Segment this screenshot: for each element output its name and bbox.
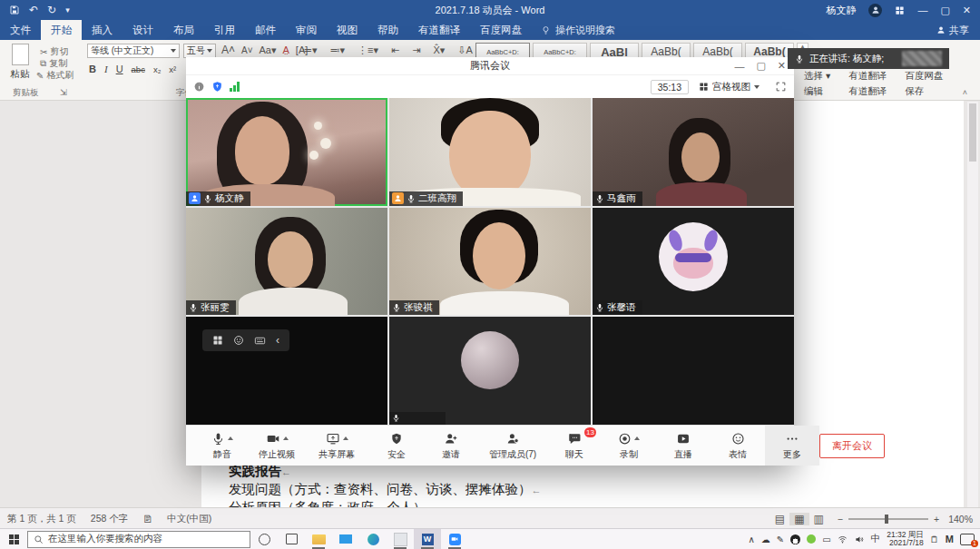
close-button[interactable]: ✕ — [963, 5, 971, 16]
read-mode-icon[interactable]: ▤ — [770, 513, 789, 525]
caret-up-icon[interactable] — [343, 436, 348, 440]
grid-view-button[interactable]: 宫格视图 — [695, 81, 763, 93]
tab-review[interactable]: 审阅 — [286, 20, 327, 40]
ribbon-display-options-icon[interactable] — [895, 5, 905, 15]
caret-up-icon[interactable] — [228, 436, 233, 440]
reactions-button[interactable]: 表情 — [710, 426, 765, 466]
copy-button[interactable]: ⧉复制 — [40, 57, 67, 70]
tab-insert[interactable]: 插入 — [82, 20, 122, 40]
meeting-minimize-icon[interactable]: — — [734, 61, 744, 72]
cloud-icon[interactable]: ☁ — [761, 534, 770, 544]
share-screen-button[interactable]: 共享屏幕 — [304, 426, 369, 466]
phonetic-guide-icon[interactable]: A̤ — [283, 44, 289, 55]
live-button[interactable]: 直播 — [656, 426, 710, 466]
video-cell[interactable]: 张丽雯 — [186, 208, 387, 316]
tab-view[interactable]: 视图 — [327, 20, 368, 40]
taskbar-file-explorer[interactable] — [305, 529, 332, 549]
decrease-indent-icon[interactable]: ⇤ — [388, 44, 402, 56]
meeting-info-icon[interactable] — [193, 81, 205, 93]
customize-qat-icon[interactable]: ▾ — [65, 5, 70, 15]
chat-button[interactable]: 13 聊天 — [547, 426, 602, 466]
paste-button[interactable]: 粘贴 — [7, 44, 33, 81]
tab-baidu-netdisk[interactable]: 百度网盘 — [470, 20, 532, 40]
tab-youdao-translate[interactable]: 有道翻译 — [408, 20, 470, 40]
italic-button[interactable]: I — [104, 64, 108, 74]
video-cell[interactable]: 张馨语 — [593, 208, 794, 316]
taskbar-word[interactable]: W — [414, 529, 441, 549]
increase-indent-icon[interactable]: ⇥ — [409, 44, 423, 56]
baidu-save-button[interactable]: 保存 — [905, 85, 943, 98]
sort-icon[interactable]: ⇩A — [455, 44, 475, 56]
select-button[interactable]: 选择 ▾ — [804, 70, 830, 83]
proofing-icon[interactable]: 🖹 — [142, 514, 152, 524]
volume-icon[interactable] — [854, 534, 865, 544]
account-name[interactable]: 杨文静 — [826, 4, 856, 17]
zoom-level[interactable]: 140% — [948, 514, 973, 524]
superscript-button[interactable]: x² — [169, 64, 176, 74]
tab-references[interactable]: 引用 — [204, 20, 245, 40]
taskbar-mail[interactable] — [332, 529, 359, 549]
action-center-icon[interactable]: 1 — [960, 534, 975, 545]
language-indicator[interactable]: 中文(中国) — [167, 513, 211, 525]
font-name-combo[interactable]: 等线 (中文正文) — [87, 44, 180, 58]
meeting-maximize-icon[interactable]: ▢ — [756, 60, 765, 72]
tab-layout[interactable]: 布局 — [163, 20, 204, 40]
video-cell[interactable]: 杨文静 — [186, 98, 387, 206]
baidu-netdisk-button[interactable]: 百度网盘 — [905, 70, 943, 83]
font-size-combo[interactable]: 五号 — [183, 44, 216, 58]
cortana-button[interactable] — [250, 529, 278, 549]
strikethrough-button[interactable]: abc — [132, 64, 145, 74]
tab-design[interactable]: 设计 — [122, 20, 163, 40]
antivirus-icon[interactable] — [807, 534, 816, 544]
battery-icon[interactable]: ▭ — [822, 534, 830, 544]
subscript-button[interactable]: x₂ — [153, 64, 161, 74]
vertical-scrollbar[interactable] — [967, 102, 978, 507]
taskbar-tencent-meeting[interactable] — [441, 529, 468, 549]
clipboard-dialog-launcher[interactable]: ⇲ — [60, 87, 67, 97]
video-cell-self[interactable]: ‹ — [186, 317, 387, 425]
meeting-protect-icon[interactable] — [211, 81, 223, 93]
mute-button[interactable]: 静音 — [195, 426, 250, 466]
taskbar-search[interactable]: 在这里输入你要搜索的内容 — [27, 531, 250, 548]
record-button[interactable]: 录制 — [602, 426, 656, 466]
share-button[interactable]: 共享 — [926, 20, 980, 40]
youdao-translate-button[interactable]: 有道翻译 — [848, 70, 887, 83]
collapse-chevron-icon[interactable]: ‹ — [276, 334, 279, 347]
restore-button[interactable]: ▢ — [940, 5, 949, 16]
scrollbar-thumb[interactable] — [969, 103, 976, 162]
layout-icon[interactable] — [212, 335, 223, 346]
tell-me-search[interactable]: 操作说明搜索 — [532, 20, 624, 40]
zoom-out-icon[interactable]: − — [838, 514, 843, 524]
redo-icon[interactable]: ↻ — [47, 4, 56, 16]
tab-file[interactable]: 文件 — [0, 20, 41, 40]
word-count[interactable]: 258 个字 — [91, 513, 128, 525]
invite-button[interactable]: 邀请 — [424, 426, 478, 466]
video-cell[interactable]: 二班高翔 — [389, 98, 591, 206]
undo-icon[interactable]: ↶ — [29, 4, 38, 16]
clock[interactable]: 21:32 周日 2021/7/18 — [887, 531, 924, 547]
youdao-translate-button2[interactable]: 有道翻译 — [848, 85, 887, 98]
fullscreen-icon[interactable] — [775, 81, 787, 93]
keyboard-icon[interactable] — [254, 335, 266, 347]
save-icon[interactable] — [9, 5, 20, 15]
video-cell[interactable] — [389, 317, 591, 425]
notes-icon[interactable]: 🗒 — [930, 534, 939, 544]
grow-font-icon[interactable]: A˄ — [221, 44, 235, 56]
print-layout-icon[interactable]: ▦ — [789, 513, 808, 525]
account-avatar[interactable] — [868, 4, 882, 17]
format-painter-button[interactable]: ✎格式刷 — [36, 69, 74, 82]
shrink-font-icon[interactable]: A˅ — [241, 45, 253, 55]
emoji-icon[interactable] — [233, 335, 244, 346]
change-case-icon[interactable]: Aa▾ — [260, 44, 277, 56]
underline-button[interactable]: U — [116, 64, 123, 74]
collapse-ribbon-icon[interactable]: ˄ — [963, 88, 967, 97]
more-button[interactable]: 更多 — [765, 426, 819, 466]
taskbar-edge[interactable] — [359, 529, 387, 549]
page-indicator[interactable]: 第 1 页，共 1 页 — [0, 513, 76, 525]
minimize-button[interactable]: — — [917, 5, 927, 15]
stop-video-button[interactable]: 停止视频 — [250, 426, 304, 466]
network-signal-icon[interactable] — [230, 82, 240, 92]
qq-icon[interactable] — [790, 534, 800, 544]
tray-expand-icon[interactable]: ∧ — [749, 534, 755, 544]
multilevel-list-icon[interactable]: ⋮≡▾ — [355, 44, 381, 56]
